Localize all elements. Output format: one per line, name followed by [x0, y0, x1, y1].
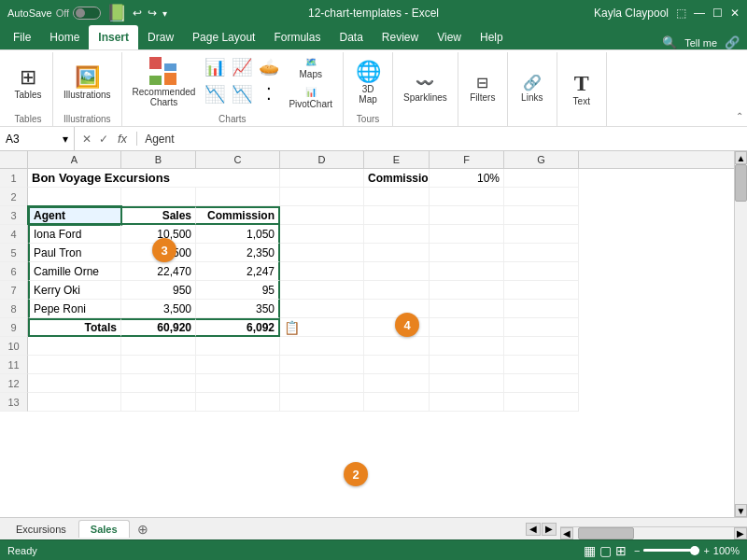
row-num-13[interactable]: 13 [0, 393, 28, 412]
cell-c10[interactable] [196, 337, 280, 356]
cell-c8[interactable]: 350 [196, 300, 280, 318]
horizontal-scrollbar[interactable]: ◀ ▶ [560, 526, 747, 539]
cell-d6[interactable] [280, 262, 364, 281]
cell-b12[interactable] [121, 374, 196, 393]
cell-a11[interactable] [28, 356, 121, 374]
row-num-6[interactable]: 6 [0, 262, 28, 281]
cell-c7[interactable]: 95 [196, 281, 280, 300]
cell-c9[interactable]: 6,092 [196, 318, 280, 337]
share-icon[interactable]: 🔗 [725, 35, 740, 49]
cell-d4[interactable] [280, 225, 364, 244]
col-header-g[interactable]: G [504, 151, 579, 168]
redo-icon[interactable]: ↪ [148, 7, 157, 20]
pie-chart-icon[interactable]: 🥧 [256, 54, 282, 80]
cell-d10[interactable] [280, 337, 364, 356]
cell-a3[interactable]: Agent [28, 206, 121, 225]
scatter-chart-icon[interactable]: ⁚ [256, 81, 282, 107]
col-header-c[interactable]: C [196, 151, 280, 168]
cell-d7[interactable] [280, 281, 364, 300]
cell-c3[interactable]: Commission [196, 206, 280, 225]
search-icon[interactable]: 🔍 [662, 35, 677, 49]
col-header-f[interactable]: F [430, 151, 504, 168]
cell-c6[interactable]: 2,247 [196, 262, 280, 281]
cell-d12[interactable] [280, 374, 364, 393]
col-header-a[interactable]: A [28, 151, 121, 168]
tab-home[interactable]: Home [40, 25, 89, 49]
tab-formulas[interactable]: Formulas [264, 25, 330, 49]
cell-d13[interactable] [280, 393, 364, 412]
tab-draw[interactable]: Draw [138, 25, 183, 49]
tell-me-label[interactable]: Tell me [684, 37, 717, 49]
cell-a5[interactable]: Paul Tron [28, 244, 121, 262]
cell-g13[interactable] [504, 393, 579, 412]
ribbon-expand-icon[interactable]: ⌃ [736, 109, 743, 122]
tab-scroll-right-icon[interactable]: ▶ [542, 523, 557, 536]
cell-b7[interactable]: 950 [121, 281, 196, 300]
cell-a13[interactable] [28, 393, 121, 412]
cell-a2[interactable] [28, 188, 121, 206]
illustrations-button[interactable]: 🖼️ Illustrations [59, 64, 116, 103]
recommended-charts-button[interactable]: RecommendedCharts [128, 54, 201, 110]
cell-a6[interactable]: Camille Orne [28, 262, 121, 281]
cell-a9[interactable]: Totals [28, 318, 121, 337]
row-num-5[interactable]: 5 [0, 244, 28, 262]
cell-f4[interactable] [430, 225, 504, 244]
zoom-in-icon[interactable]: + [703, 545, 709, 556]
tab-insert[interactable]: Insert [89, 25, 138, 49]
cell-f10[interactable] [430, 337, 504, 356]
close-icon[interactable]: ✕ [730, 7, 740, 20]
pivot-chart-button[interactable]: 📊 PivotChart [284, 84, 337, 112]
cell-g2[interactable] [504, 188, 579, 206]
col-header-e[interactable]: E [364, 151, 430, 168]
scroll-up-button[interactable]: ▲ [735, 151, 747, 164]
name-box[interactable]: A3 ▾ [0, 127, 75, 150]
cell-f3[interactable] [430, 206, 504, 225]
minimize-icon[interactable]: — [694, 7, 705, 20]
cell-b8[interactable]: 3,500 [121, 300, 196, 318]
scroll-down-button[interactable]: ▼ [735, 504, 747, 517]
cell-g10[interactable] [504, 337, 579, 356]
cell-f11[interactable] [430, 356, 504, 374]
cell-g11[interactable] [504, 356, 579, 374]
confirm-formula-icon[interactable]: ✓ [97, 133, 110, 146]
undo-icon[interactable]: ↩ [133, 7, 142, 20]
filters-button[interactable]: ⊟ Filters [464, 73, 501, 105]
cell-c4[interactable]: 1,050 [196, 225, 280, 244]
restore-icon[interactable]: ☐ [712, 7, 723, 20]
cell-e3[interactable] [364, 206, 430, 225]
cell-c13[interactable] [196, 393, 280, 412]
area-chart-icon[interactable]: 📉 [229, 81, 255, 107]
links-button[interactable]: 🔗 Links [514, 73, 551, 105]
zoom-out-icon[interactable]: − [634, 545, 640, 556]
cell-c12[interactable] [196, 374, 280, 393]
row-num-10[interactable]: 10 [0, 337, 28, 356]
tab-help[interactable]: Help [471, 25, 513, 49]
cell-a8[interactable]: Pepe Roni [28, 300, 121, 318]
scroll-right-button[interactable]: ▶ [734, 527, 747, 539]
cell-e1[interactable]: Commission [364, 169, 430, 188]
tab-view[interactable]: View [428, 25, 471, 49]
col-header-d[interactable]: D [280, 151, 364, 168]
row-num-11[interactable]: 11 [0, 356, 28, 374]
scroll-track[interactable] [735, 164, 747, 504]
cell-a7[interactable]: Kerry Oki [28, 281, 121, 300]
cell-g4[interactable] [504, 225, 579, 244]
bar-chart-icon[interactable]: 📉 [202, 81, 228, 107]
cell-f12[interactable] [430, 374, 504, 393]
row-num-2[interactable]: 2 [0, 188, 28, 206]
cell-a12[interactable] [28, 374, 121, 393]
cell-f13[interactable] [430, 393, 504, 412]
scroll-left-button[interactable]: ◀ [560, 527, 573, 539]
cell-b9[interactable]: 60,920 [121, 318, 196, 337]
cell-b6[interactable]: 22,470 [121, 262, 196, 281]
col-header-b[interactable]: B [121, 151, 196, 168]
page-break-view-icon[interactable]: ⊞ [615, 543, 627, 558]
normal-view-icon[interactable]: ▦ [584, 543, 596, 558]
cell-f2[interactable] [430, 188, 504, 206]
sheet-tab-sales[interactable]: Sales [78, 520, 130, 538]
vertical-scrollbar[interactable]: ▲ ▼ [734, 151, 747, 517]
cell-d9[interactable]: 📋 [280, 318, 364, 337]
cell-c2[interactable] [196, 188, 280, 206]
zoom-slider[interactable] [643, 549, 699, 552]
more-commands-icon[interactable]: ▾ [162, 8, 167, 19]
